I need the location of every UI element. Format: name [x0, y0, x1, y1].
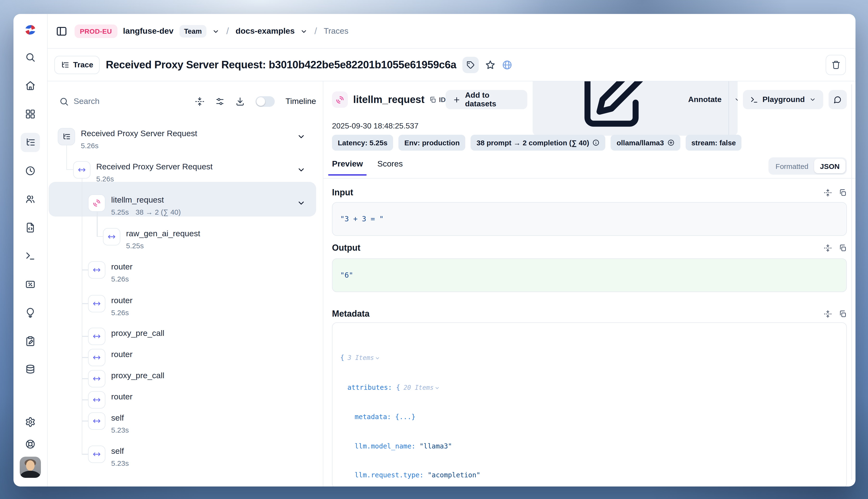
page-title: Received Proxy Server Request: b3010b422… [106, 59, 456, 71]
star-icon [485, 59, 496, 70]
sidebar-item-scores[interactable] [21, 275, 40, 294]
sidebar-rail [13, 14, 48, 486]
sidebar-item-playground[interactable] [21, 246, 40, 266]
stream-badge: stream: false [686, 135, 742, 150]
observation-tree-panel: Search Timeline [48, 81, 323, 486]
org-chevron-icon[interactable] [212, 27, 220, 35]
sidebar-item-prompts[interactable] [21, 218, 40, 237]
copy-icon[interactable] [839, 310, 847, 318]
timeline-toggle[interactable] [256, 96, 275, 107]
tree-row-span[interactable]: router [88, 391, 323, 409]
tab-preview[interactable]: Preview [332, 159, 363, 175]
tree-row-span[interactable]: raw_gen_ai_request 5.25s [103, 228, 323, 250]
json-line[interactable]: {3 Items [340, 352, 839, 364]
copy-icon[interactable] [839, 188, 847, 197]
output-value: "6" [332, 258, 847, 292]
tree-row-span[interactable]: Received Proxy Server Request 5.26s [73, 161, 323, 183]
json-line[interactable]: metadata: {...} [340, 411, 839, 423]
json-line[interactable]: attributes: {20 Items [340, 381, 839, 394]
sidebar-toggle-icon[interactable] [54, 24, 69, 38]
sidebar-item-evaluation[interactable] [21, 303, 40, 322]
env-badge: Env: production [399, 135, 465, 150]
collapse-icon[interactable] [824, 244, 832, 252]
tree-row-generation-selected[interactable]: litellm_request 5.25s38 → 2 (∑ 40) [88, 194, 323, 216]
sidebar-item-annotation[interactable] [21, 331, 40, 351]
chevron-down-icon[interactable] [297, 132, 306, 141]
span-icon [88, 261, 105, 279]
trace-icon [58, 128, 75, 145]
tag-button[interactable] [463, 57, 479, 73]
breadcrumb-separator: / [225, 26, 230, 36]
format-option-formatted[interactable]: Formatted [770, 162, 814, 170]
metadata-json-viewer: {3 Items attributes: {20 Items metadata:… [332, 322, 847, 486]
format-option-json[interactable]: JSON [814, 159, 845, 173]
sidebar-item-support[interactable] [21, 435, 40, 454]
chevron-down-icon [809, 96, 816, 103]
app-window: PROD-EU langfuse-dev Team / docs-example… [13, 14, 855, 486]
public-share-button[interactable] [502, 59, 513, 70]
copy-id-button[interactable]: ID [429, 96, 445, 104]
pencil-icon [540, 81, 684, 136]
collapse-icon[interactable] [824, 310, 832, 318]
tree-search-input[interactable]: Search [59, 97, 100, 106]
annotate-button[interactable]: Annotate [533, 81, 729, 136]
chevron-down-icon[interactable] [297, 165, 306, 174]
tree-row-span[interactable]: proxy_pre_call [88, 370, 323, 387]
output-section-title: Output [332, 243, 360, 253]
globe-icon [502, 59, 513, 70]
format-toggle: Formatted JSON [768, 157, 847, 175]
avatar[interactable] [20, 457, 41, 478]
project-name[interactable]: docs-examples [235, 26, 295, 36]
org-name[interactable]: langfuse-dev [123, 26, 173, 36]
tab-scores[interactable]: Scores [378, 159, 403, 175]
input-section-title: Input [332, 187, 353, 197]
comments-button[interactable] [828, 90, 847, 109]
bookmark-star-button[interactable] [485, 59, 496, 70]
tree-row-root[interactable]: Received Proxy Server Request 5.26s [58, 128, 323, 150]
plus-circle-icon[interactable] [667, 139, 675, 146]
span-icon [88, 391, 105, 409]
tree-row-span[interactable]: self 5.23s [88, 446, 323, 467]
download-icon[interactable] [235, 97, 245, 106]
section-name[interactable]: Traces [324, 26, 349, 36]
sidebar-item-traces[interactable] [21, 133, 40, 152]
environment-badge[interactable]: PROD-EU [75, 24, 117, 38]
collapse-all-icon[interactable] [195, 97, 205, 106]
span-icon [73, 161, 90, 179]
chevron-down-icon [375, 356, 380, 361]
trace-tree-icon [61, 60, 69, 69]
tree-row-span[interactable]: router 5.26s [88, 295, 323, 317]
sidebar-item-datasets[interactable] [21, 360, 40, 379]
playground-button[interactable]: Playground [743, 90, 823, 109]
copy-icon[interactable] [839, 244, 847, 252]
span-icon [88, 412, 105, 430]
latency-badge: Latency: 5.25s [332, 135, 393, 150]
info-icon[interactable] [592, 139, 600, 146]
delete-trace-button[interactable] [826, 54, 846, 75]
annotate-button-group: Annotate [533, 81, 737, 136]
desktop-wallpaper: PROD-EU langfuse-dev Team / docs-example… [0, 0, 868, 499]
sidebar-item-home[interactable] [21, 76, 40, 95]
generation-icon [88, 194, 105, 212]
sidebar-item-sessions[interactable] [21, 161, 40, 181]
model-badge[interactable]: ollama/llama3 [611, 135, 680, 150]
annotate-dropdown-button[interactable] [728, 81, 737, 136]
input-value: "3 + 3 = " [332, 202, 847, 236]
chevron-down-icon[interactable] [297, 198, 306, 207]
copy-icon [429, 96, 437, 103]
sidebar-item-search[interactable] [21, 48, 40, 67]
sidebar-item-dashboards[interactable] [21, 105, 40, 124]
tree-row-span[interactable]: self 5.23s [88, 412, 323, 434]
sidebar-item-users[interactable] [21, 190, 40, 209]
sidebar-item-settings[interactable] [21, 412, 40, 431]
tree-row-span[interactable]: router [88, 349, 323, 366]
add-to-datasets-button[interactable]: Add to datasets [445, 90, 527, 109]
scrollbar[interactable] [851, 84, 852, 480]
tree-row-span[interactable]: router 5.26s [88, 261, 323, 283]
project-chevron-icon[interactable] [301, 27, 308, 35]
chevron-down-icon [734, 96, 737, 103]
breadcrumb-separator: / [314, 26, 318, 36]
collapse-icon[interactable] [824, 188, 832, 197]
tree-row-span[interactable]: proxy_pre_call [88, 328, 323, 345]
tree-settings-icon[interactable] [215, 97, 225, 106]
